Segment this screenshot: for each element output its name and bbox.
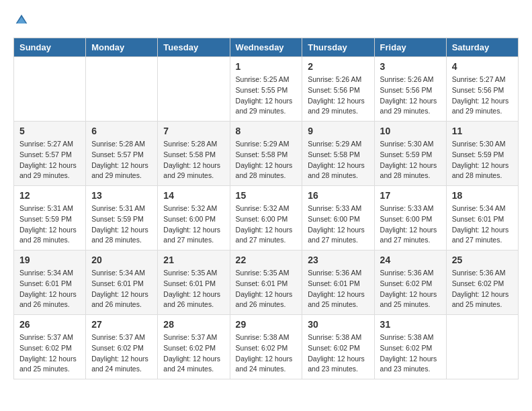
calendar-cell: 4Sunrise: 5:27 AMSunset: 5:56 PMDaylight… [446, 57, 518, 122]
calendar-cell: 19Sunrise: 5:34 AMSunset: 6:01 PMDayligh… [14, 250, 86, 315]
header-day-friday: Friday [374, 38, 446, 57]
calendar-cell: 28Sunrise: 5:37 AMSunset: 6:02 PMDayligh… [158, 315, 230, 379]
header-day-monday: Monday [86, 38, 158, 57]
page-header [13, 13, 519, 27]
calendar-cell: 2Sunrise: 5:26 AMSunset: 5:56 PMDaylight… [302, 57, 374, 122]
day-number: 21 [163, 255, 224, 265]
day-number: 13 [91, 190, 152, 201]
calendar-cell: 11Sunrise: 5:30 AMSunset: 5:59 PMDayligh… [446, 122, 518, 186]
day-info: Sunrise: 5:37 AMSunset: 6:02 PMDaylight:… [91, 332, 152, 375]
day-number: 6 [91, 126, 152, 136]
day-info: Sunrise: 5:34 AMSunset: 6:01 PMDaylight:… [452, 203, 513, 246]
calendar-cell: 5Sunrise: 5:27 AMSunset: 5:57 PMDaylight… [14, 122, 86, 186]
calendar-cell: 15Sunrise: 5:32 AMSunset: 6:00 PMDayligh… [230, 186, 302, 250]
calendar-cell: 16Sunrise: 5:33 AMSunset: 6:00 PMDayligh… [302, 186, 374, 250]
day-info: Sunrise: 5:30 AMSunset: 5:59 PMDaylight:… [452, 139, 513, 181]
header-day-tuesday: Tuesday [158, 38, 230, 57]
day-info: Sunrise: 5:25 AMSunset: 5:55 PMDaylight:… [236, 75, 297, 117]
day-number: 3 [380, 61, 441, 72]
day-info: Sunrise: 5:31 AMSunset: 5:59 PMDaylight:… [19, 203, 80, 246]
calendar-cell: 12Sunrise: 5:31 AMSunset: 5:59 PMDayligh… [14, 186, 86, 250]
calendar-week-row: 12Sunrise: 5:31 AMSunset: 5:59 PMDayligh… [14, 186, 519, 250]
day-info: Sunrise: 5:27 AMSunset: 5:57 PMDaylight:… [19, 139, 80, 181]
day-info: Sunrise: 5:26 AMSunset: 5:56 PMDaylight:… [308, 75, 368, 117]
header-row: SundayMondayTuesdayWednesdayThursdayFrid… [14, 38, 519, 57]
day-info: Sunrise: 5:26 AMSunset: 5:56 PMDaylight:… [380, 75, 441, 117]
calendar-cell: 14Sunrise: 5:32 AMSunset: 6:00 PMDayligh… [158, 186, 230, 250]
day-number: 25 [452, 255, 513, 265]
calendar-cell: 8Sunrise: 5:29 AMSunset: 5:58 PMDaylight… [230, 122, 302, 186]
day-info: Sunrise: 5:36 AMSunset: 6:02 PMDaylight:… [452, 268, 513, 310]
calendar-cell: 26Sunrise: 5:37 AMSunset: 6:02 PMDayligh… [14, 315, 86, 379]
calendar-cell: 6Sunrise: 5:28 AMSunset: 5:57 PMDaylight… [86, 122, 158, 186]
day-info: Sunrise: 5:28 AMSunset: 5:57 PMDaylight:… [91, 139, 152, 181]
day-info: Sunrise: 5:34 AMSunset: 6:01 PMDaylight:… [19, 268, 80, 310]
day-info: Sunrise: 5:27 AMSunset: 5:56 PMDaylight:… [452, 75, 513, 117]
day-info: Sunrise: 5:36 AMSunset: 6:02 PMDaylight:… [380, 268, 441, 310]
day-number: 11 [452, 126, 513, 136]
calendar-cell [14, 57, 86, 122]
day-info: Sunrise: 5:37 AMSunset: 6:02 PMDaylight:… [19, 332, 80, 375]
logo-icon [15, 13, 28, 27]
calendar-cell: 1Sunrise: 5:25 AMSunset: 5:55 PMDaylight… [230, 57, 302, 122]
calendar-cell: 20Sunrise: 5:34 AMSunset: 6:01 PMDayligh… [86, 250, 158, 315]
day-info: Sunrise: 5:38 AMSunset: 6:02 PMDaylight:… [380, 332, 441, 375]
calendar-cell: 10Sunrise: 5:30 AMSunset: 5:59 PMDayligh… [374, 122, 446, 186]
day-info: Sunrise: 5:38 AMSunset: 6:02 PMDaylight:… [308, 332, 368, 375]
calendar-table: SundayMondayTuesdayWednesdayThursdayFrid… [13, 38, 519, 379]
calendar-week-row: 1Sunrise: 5:25 AMSunset: 5:55 PMDaylight… [14, 57, 519, 122]
day-number: 10 [380, 126, 441, 136]
calendar-cell: 21Sunrise: 5:35 AMSunset: 6:01 PMDayligh… [158, 250, 230, 315]
day-number: 14 [163, 190, 224, 201]
day-number: 16 [308, 190, 368, 201]
day-info: Sunrise: 5:35 AMSunset: 6:01 PMDaylight:… [163, 268, 224, 310]
day-number: 23 [308, 255, 368, 265]
calendar-cell: 29Sunrise: 5:38 AMSunset: 6:02 PMDayligh… [230, 315, 302, 379]
calendar-cell: 27Sunrise: 5:37 AMSunset: 6:02 PMDayligh… [86, 315, 158, 379]
day-info: Sunrise: 5:38 AMSunset: 6:02 PMDaylight:… [236, 332, 297, 375]
calendar-cell: 30Sunrise: 5:38 AMSunset: 6:02 PMDayligh… [302, 315, 374, 379]
day-number: 26 [19, 319, 80, 330]
day-number: 24 [380, 255, 441, 265]
calendar-cell: 17Sunrise: 5:33 AMSunset: 6:00 PMDayligh… [374, 186, 446, 250]
day-info: Sunrise: 5:37 AMSunset: 6:02 PMDaylight:… [163, 332, 224, 375]
calendar-week-row: 19Sunrise: 5:34 AMSunset: 6:01 PMDayligh… [14, 250, 519, 315]
calendar-cell: 3Sunrise: 5:26 AMSunset: 5:56 PMDaylight… [374, 57, 446, 122]
day-info: Sunrise: 5:31 AMSunset: 5:59 PMDaylight:… [91, 203, 152, 246]
header-day-sunday: Sunday [14, 38, 86, 57]
calendar-header: SundayMondayTuesdayWednesdayThursdayFrid… [14, 38, 519, 57]
calendar-body: 1Sunrise: 5:25 AMSunset: 5:55 PMDaylight… [14, 57, 519, 379]
day-info: Sunrise: 5:35 AMSunset: 6:01 PMDaylight:… [236, 268, 297, 310]
day-number: 18 [452, 190, 513, 201]
day-number: 17 [380, 190, 441, 201]
day-number: 22 [236, 255, 297, 265]
header-day-thursday: Thursday [302, 38, 374, 57]
day-number: 30 [308, 319, 368, 330]
day-number: 8 [236, 126, 297, 136]
calendar-cell [86, 57, 158, 122]
logo [13, 13, 30, 27]
calendar-cell: 9Sunrise: 5:29 AMSunset: 5:58 PMDaylight… [302, 122, 374, 186]
day-info: Sunrise: 5:28 AMSunset: 5:58 PMDaylight:… [163, 139, 224, 181]
calendar-cell: 24Sunrise: 5:36 AMSunset: 6:02 PMDayligh… [374, 250, 446, 315]
day-number: 29 [236, 319, 297, 330]
calendar-week-row: 5Sunrise: 5:27 AMSunset: 5:57 PMDaylight… [14, 122, 519, 186]
day-number: 19 [19, 255, 80, 265]
calendar-week-row: 26Sunrise: 5:37 AMSunset: 6:02 PMDayligh… [14, 315, 519, 379]
header-day-wednesday: Wednesday [230, 38, 302, 57]
calendar-cell: 13Sunrise: 5:31 AMSunset: 5:59 PMDayligh… [86, 186, 158, 250]
day-number: 31 [380, 319, 441, 330]
day-info: Sunrise: 5:29 AMSunset: 5:58 PMDaylight:… [236, 139, 297, 181]
day-info: Sunrise: 5:33 AMSunset: 6:00 PMDaylight:… [308, 203, 368, 246]
day-info: Sunrise: 5:32 AMSunset: 6:00 PMDaylight:… [236, 203, 297, 246]
day-info: Sunrise: 5:36 AMSunset: 6:01 PMDaylight:… [308, 268, 368, 310]
day-info: Sunrise: 5:34 AMSunset: 6:01 PMDaylight:… [91, 268, 152, 310]
calendar-cell: 31Sunrise: 5:38 AMSunset: 6:02 PMDayligh… [374, 315, 446, 379]
day-number: 5 [19, 126, 80, 136]
day-number: 7 [163, 126, 224, 136]
calendar-cell [446, 315, 518, 379]
header-day-saturday: Saturday [446, 38, 518, 57]
day-info: Sunrise: 5:30 AMSunset: 5:59 PMDaylight:… [380, 139, 441, 181]
calendar-cell: 23Sunrise: 5:36 AMSunset: 6:01 PMDayligh… [302, 250, 374, 315]
day-number: 2 [308, 61, 368, 72]
